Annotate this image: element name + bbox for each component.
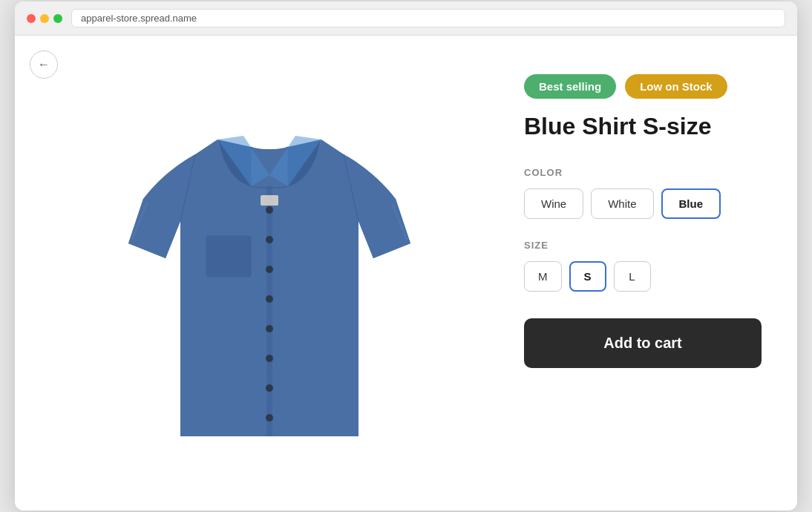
back-button[interactable]: ← [30,50,58,79]
badge-best-selling: Best selling [524,74,616,99]
shirt-image [114,88,425,473]
product-image-section [50,59,488,487]
svg-point-1 [266,206,273,214]
size-options: M S L [524,261,762,292]
size-section: SIZE M S L [524,240,762,292]
size-option-s[interactable]: S [569,261,606,292]
size-option-l[interactable]: L [614,261,651,292]
svg-point-5 [266,325,273,332]
svg-point-7 [266,384,273,392]
size-option-m[interactable]: M [524,261,562,292]
browser-window: apparel-store.spread.name ← [15,1,797,511]
color-option-wine[interactable]: Wine [524,188,583,219]
svg-point-8 [266,414,273,421]
badges-container: Best selling Low on Stock [524,74,762,99]
address-bar[interactable]: apparel-store.spread.name [71,9,785,27]
dot-red[interactable] [27,14,36,23]
color-options: Wine White Blue [524,188,762,219]
svg-point-2 [266,236,273,243]
svg-point-3 [266,266,273,273]
svg-rect-0 [266,186,272,436]
svg-point-4 [266,295,273,303]
browser-dots [27,14,62,23]
product-details: Best selling Low on Stock Blue Shirt S-s… [524,59,762,487]
product-title: Blue Shirt S-size [524,112,762,140]
svg-point-6 [266,355,273,362]
page-content: ← [15,36,797,511]
badge-low-on-stock: Low on Stock [625,74,727,99]
color-option-white[interactable]: White [591,188,653,219]
svg-rect-10 [261,195,278,206]
dot-green[interactable] [53,14,62,23]
color-label: COLOR [524,167,762,178]
color-section: COLOR Wine White Blue [524,167,762,219]
size-label: SIZE [524,240,762,251]
browser-bar: apparel-store.spread.name [15,1,797,36]
color-option-blue[interactable]: Blue [661,188,721,219]
add-to-cart-button[interactable]: Add to cart [524,318,762,368]
dot-yellow[interactable] [40,14,49,23]
svg-rect-9 [206,236,251,277]
